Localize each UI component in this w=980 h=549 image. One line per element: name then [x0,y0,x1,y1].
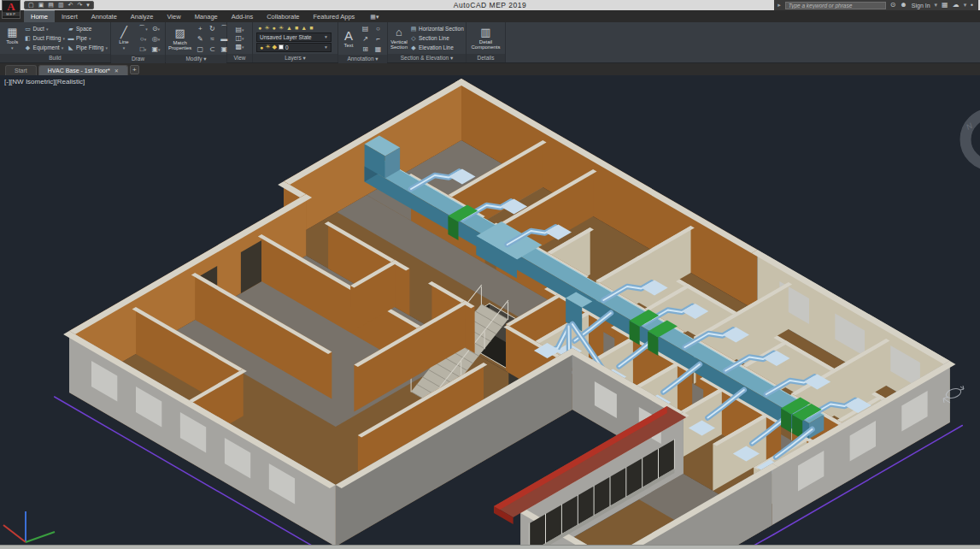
leader-tool-icon[interactable]: ↗ [359,35,372,43]
panel-label-view[interactable]: View [227,54,252,62]
revision-cloud-icon[interactable]: ○ [372,25,384,32]
line-icon: ╱ [120,27,127,38]
match-properties-button[interactable]: ▨ Match Properties [168,27,191,50]
ucs-icon [3,511,55,542]
panel-layers: ● ☀ ● ☀ ▲ ■ ▲ ■ Unsaved Layer State▼ ● [253,22,338,62]
tab-insert[interactable]: Insert [55,11,85,22]
mark-tool-icon[interactable]: ⌐ [372,35,384,43]
edit-tool-icon[interactable]: ✎ [194,35,206,43]
panel-label-annotation[interactable]: Annotation ▾ [338,55,387,63]
infocenter: ▸ ⊙ ☻ Sign In ▾ ▦ ☁ ▾ ▪ [774,0,978,10]
offset-tool-icon[interactable]: ⊂ [206,45,218,53]
viewcube[interactable]: N [965,114,980,165]
space-button[interactable]: ▰Space [67,25,108,33]
detail-components-button[interactable]: ▥ Detail Components [469,27,502,50]
equipment-button[interactable]: ◆Equipment▾ [25,44,65,52]
tab-manage[interactable]: Manage [188,11,225,22]
tab-home[interactable]: Home [24,10,55,22]
app-menu-button[interactable]: A MEP [2,0,21,19]
tab-view[interactable]: View [161,11,188,22]
file-tab-hvac-base[interactable]: HVAC Base - 1st Floor*✕ [38,65,128,75]
pipe-fitting-button[interactable]: ◣Pipe Fitting▾ [67,44,108,52]
hatch-tool-icon[interactable]: ▣▾ [150,45,162,53]
layer-state-dropdown[interactable]: Unsaved Layer State▼ [256,32,332,42]
table-tool-icon[interactable]: ⊞ [359,45,372,53]
layer-off-icon[interactable]: ● [273,25,276,32]
view-style-icon[interactable]: ▤▾ [235,26,244,33]
sign-in-button[interactable]: Sign In [912,3,930,9]
undo-icon[interactable]: ↶ [68,2,73,9]
command-line-strip[interactable] [0,545,980,549]
infocenter-minimize-icon[interactable]: ▪ [971,1,973,9]
panel-label-draw[interactable]: Draw [111,55,165,63]
viewport-controls[interactable]: [-][NW Isometric][Realistic] [4,78,85,86]
tab-annotate[interactable]: Annotate [85,11,124,22]
autocad-window: A MEP ▢ ▣ ▤ ▥ ↶ ↷ ▾ AutoCAD MEP 2019 ▸ ⊙… [0,0,980,549]
help-search-input[interactable] [785,2,886,9]
redo-icon[interactable]: ↷ [77,2,82,9]
infocenter-collapse-icon[interactable]: ▸ [778,2,781,9]
view-grid-icon[interactable]: ▩▾ [235,43,244,50]
duct-button[interactable]: ▭Duct▾ [25,25,65,33]
move-tool-icon[interactable]: + [194,25,206,32]
close-tab-icon[interactable]: ✕ [114,68,119,74]
panel-label-section[interactable]: Section & Elevation ▾ [388,54,466,62]
wipeout-tool-icon[interactable]: ▦ [372,45,384,53]
layer-lock-icon[interactable]: ■ [295,25,298,32]
autodesk360-cloud-icon[interactable]: ☁ [953,1,959,9]
layer-isolate-icon[interactable]: ▲ [286,25,292,32]
search-icon[interactable]: ⊙ [890,1,896,9]
tools-button[interactable]: ▦ Tools ▾ [3,27,22,50]
rotate-tool-icon[interactable]: ↻ [206,25,218,32]
tab-featured-apps[interactable]: Featured Apps [307,11,362,22]
panel-label-layers[interactable]: Layers ▾ [253,54,337,62]
dimension-tool-icon[interactable]: ▤ [359,25,372,32]
arc-tool-icon[interactable]: ⌒▾ [137,24,150,33]
layer-dropdown[interactable]: ● ☀ ◆ 0 ▼ [256,43,332,52]
point-tool-icon[interactable]: ⊙▾ [150,25,162,32]
current-layer-name: 0 [285,44,289,50]
vertical-section-button[interactable]: ⌂ Vertical Section [390,27,408,50]
text-button[interactable]: A Text [341,30,356,48]
elevation-line-button[interactable]: ◆Elevation Line [410,44,464,52]
ribbon-options-icon[interactable]: ▦▾ [370,14,379,22]
horizontal-section-button[interactable]: ▤Horizontal Section [410,25,464,33]
qat-dropdown-icon[interactable]: ▾ [86,2,90,9]
ribbon: ▦ Tools ▾ ▭Duct▾ ◧Duct Fitting▾ ◆Equipme… [0,22,980,63]
view-window-icon[interactable]: ◫▾ [235,34,244,42]
tab-collaborate[interactable]: Collaborate [260,11,306,22]
layer-match-icon[interactable]: ■ [309,25,313,32]
ellipse-tool-icon[interactable]: ◎▾ [150,35,162,43]
panel-draw: ╱ Line ▾ ⌒▾ ⊙▾ ○▾ ◎▾ □▾ ▣▾ Draw [111,22,166,62]
line-button[interactable]: ╱ Line ▾ [114,27,134,50]
duct-fitting-button[interactable]: ◧Duct Fitting▾ [25,34,65,43]
open-file-icon[interactable]: ▣ [38,2,44,9]
layer-thaw-icon[interactable]: ☀ [264,25,269,32]
tab-analyze[interactable]: Analyze [124,11,161,22]
cloud-caret-icon[interactable]: ▾ [964,2,967,9]
panel-annotation: A Text ▤ ○ ↗ ⌐ ⊞ ▦ Annotation ▾ [338,22,388,62]
sign-in-caret-icon[interactable]: ▾ [935,2,938,9]
circle-tool-icon[interactable]: ○▾ [137,35,150,43]
section-line-button[interactable]: ◇Section Line [410,34,464,43]
file-tab-start[interactable]: Start [5,65,37,75]
rectangle-tool-icon[interactable]: □▾ [137,45,150,53]
tab-addins[interactable]: Add-ins [225,11,260,22]
erase-tool-icon[interactable]: ▢ [194,45,206,53]
panel-label-modify[interactable]: Modify ▾ [166,55,226,63]
plot-icon[interactable]: ▥ [58,2,64,9]
stretch-tool-icon[interactable]: ≈ [206,35,218,43]
panel-label-details[interactable]: Details [467,54,505,62]
layer-on-icon[interactable]: ● [258,25,261,32]
new-file-icon[interactable]: ▢ [28,2,34,9]
app-store-cart-icon[interactable]: ▦ [942,1,948,9]
layer-freeze-icon[interactable]: ☀ [279,25,284,32]
pipe-button[interactable]: ▬Pipe▾ [67,34,108,43]
new-drawing-tab-button[interactable]: + [130,65,139,74]
drawing-viewport[interactable]: [-][NW Isometric][Realistic] N [0,75,980,545]
pipe-fitting-icon: ◣ [67,44,74,52]
vertical-section-icon: ⌂ [396,27,402,38]
save-icon[interactable]: ▤ [48,2,54,9]
layer-walk-icon[interactable]: ▲ [301,25,307,32]
panel-label-build[interactable]: Build [0,54,110,62]
